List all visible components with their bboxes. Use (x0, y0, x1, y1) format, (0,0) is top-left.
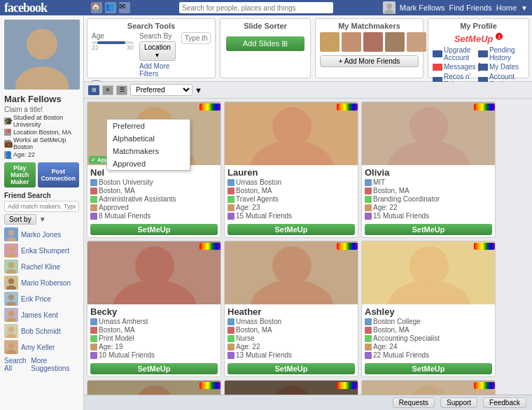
age-icon (365, 204, 372, 211)
card-location: Boston, MA (227, 187, 355, 195)
notification-badge: 1 (496, 33, 503, 40)
list-item: Amy Keller (4, 340, 79, 354)
setmeup-button[interactable]: SetMeUp (90, 224, 218, 235)
connection-button[interactable]: Post Connection (38, 162, 80, 188)
friend-search-input[interactable] (4, 201, 79, 212)
my-dates-link[interactable]: My Dates (478, 63, 522, 71)
friend-avatar (4, 308, 18, 322)
header: facebook 🏠 👥 ✉ Mark Fellows Find Friends… (0, 0, 532, 15)
more-suggestions-link[interactable]: More Suggestions (31, 357, 79, 372)
age-label: Age (92, 32, 134, 40)
friends-icon (227, 352, 234, 359)
search-all-link[interactable]: Search All (4, 357, 31, 372)
my-profile-title: My Profile (433, 22, 524, 30)
friend-name[interactable]: Marko Jones (21, 231, 61, 239)
school-icon: 🎓 (4, 118, 11, 125)
find-friends-link[interactable]: Find Friends (449, 3, 492, 12)
friend-search-label: Friend Search (4, 192, 79, 199)
list-item: Bob Schmidt (4, 324, 79, 338)
search-input-col (181, 32, 211, 78)
profile-subtitle: Claim a title! (4, 106, 79, 113)
card-friends: 10 Mutual Friends (90, 351, 218, 359)
person-card: Lauren RCC Boston, MA IT Coordinator Age… (361, 380, 496, 395)
detail-view-icon[interactable]: ☰ (116, 85, 127, 95)
add-slides-button[interactable]: Add Slides ⊞ (226, 36, 304, 51)
slide-sorter: Slide Sorter Add Slides ⊞ (220, 18, 311, 78)
profile-name: Mark Fellows (4, 94, 79, 104)
add-friends-button[interactable]: + Add More Friends (320, 55, 419, 67)
rainbow-badge (337, 382, 358, 389)
rainbow-badge (337, 104, 358, 111)
upgrade-icon (433, 50, 442, 57)
sort-select[interactable]: Preferred Alphabetical Matchmakers Appro… (130, 84, 192, 96)
rainbow-badge (474, 382, 495, 389)
matchmaker-thumb (407, 32, 426, 52)
messages-label: Messages (444, 63, 476, 71)
friend-avatar (4, 260, 18, 274)
messages-link[interactable]: Messages 5 (433, 63, 477, 71)
work-icon (227, 196, 234, 203)
upgrade-account-link[interactable]: Upgrade Account (433, 46, 477, 62)
dropdown-arrow[interactable]: ▼ (521, 4, 528, 12)
pending-history-link[interactable]: Pending History (478, 46, 522, 62)
location-icon (90, 188, 97, 195)
search-bar[interactable] (179, 2, 333, 13)
range-labels: 22 30 (92, 44, 134, 51)
city-search-input[interactable] (181, 32, 211, 44)
sort-row: Sort by ▼ (4, 214, 79, 225)
dates-label: My Dates (489, 63, 519, 71)
friends-icon[interactable]: 👥 (105, 2, 116, 13)
matchmaker-button[interactable]: Play Match Maker (4, 162, 36, 188)
friend-name[interactable]: Amy Keller (21, 344, 55, 351)
support-button[interactable]: Support (440, 397, 477, 408)
card-age: Age: 22 (365, 204, 492, 211)
location-button[interactable]: Location ▾ (139, 41, 176, 61)
setmeup-button[interactable]: SetMeUp (90, 363, 218, 374)
friends-icon (365, 213, 372, 220)
slide-sorter-title: Slide Sorter (226, 22, 304, 30)
friend-name[interactable]: Bob Schmidt (21, 327, 61, 335)
card-work2: Approved (90, 204, 218, 211)
friend-name[interactable]: Rachel Kline (21, 263, 60, 271)
add-filters-link[interactable]: Add More Filters (139, 62, 176, 78)
svg-point-15 (8, 278, 14, 284)
cards-row: Lauren Umass Boston Boston, MA Nurse Int… (87, 380, 529, 395)
sort-approved[interactable]: Approved (107, 157, 190, 170)
sort-matchmakers[interactable]: Matchmakers (107, 145, 190, 157)
sort-arrow[interactable]: ▼ (39, 215, 46, 223)
feedback-button[interactable]: Feedback (483, 397, 526, 408)
list-view-icon[interactable]: ≡ (102, 85, 113, 95)
matchmakers-row (320, 32, 419, 52)
friend-name[interactable]: Mario Roberson (21, 279, 71, 287)
home-icon[interactable]: 🏠 (91, 2, 102, 13)
user-name[interactable]: Mark Fellows (400, 3, 445, 12)
tools-bar: Search Tools Age 22 30 Search By Locatio… (84, 15, 532, 82)
messages-icon[interactable]: ✉ (119, 2, 130, 13)
friend-name[interactable]: Erik Price (21, 295, 51, 303)
header-icons: 🏠 👥 ✉ (91, 2, 130, 13)
sort-button[interactable]: Sort by (4, 214, 36, 225)
friend-name[interactable]: James Kent (21, 311, 58, 319)
friend-name[interactable]: Erika Shumpert (21, 247, 69, 255)
requests-button[interactable]: Requests (393, 397, 435, 408)
person-card: Lauren Umass Boston Boston, MA Nurse Int… (87, 380, 221, 395)
work-icon (90, 196, 97, 203)
setmeup-button[interactable]: SetMeUp (227, 363, 355, 374)
sort-preferred[interactable]: Preferred (107, 120, 190, 132)
location-icon: 📍 (4, 129, 11, 136)
home-link[interactable]: Home (496, 3, 517, 12)
setmeup-button[interactable]: SetMeUp (365, 363, 492, 374)
setmeup-button[interactable]: SetMeUp (227, 224, 355, 235)
grid-view-icon[interactable]: ⊞ (88, 85, 99, 95)
sort-alphabetical[interactable]: Alphabetical (107, 132, 190, 145)
list-item: Mario Roberson (4, 276, 79, 290)
work-icon (90, 335, 97, 342)
card-footer: SetMeUp (362, 362, 495, 376)
card-footer: SetMeUp (362, 222, 495, 237)
search-input[interactable] (179, 2, 333, 13)
rainbow-badge (200, 382, 220, 389)
setmeup-button[interactable]: SetMeUp (365, 224, 492, 235)
work-icon (365, 196, 372, 203)
card-name: Ashley (365, 306, 492, 317)
card-photo (88, 241, 221, 304)
